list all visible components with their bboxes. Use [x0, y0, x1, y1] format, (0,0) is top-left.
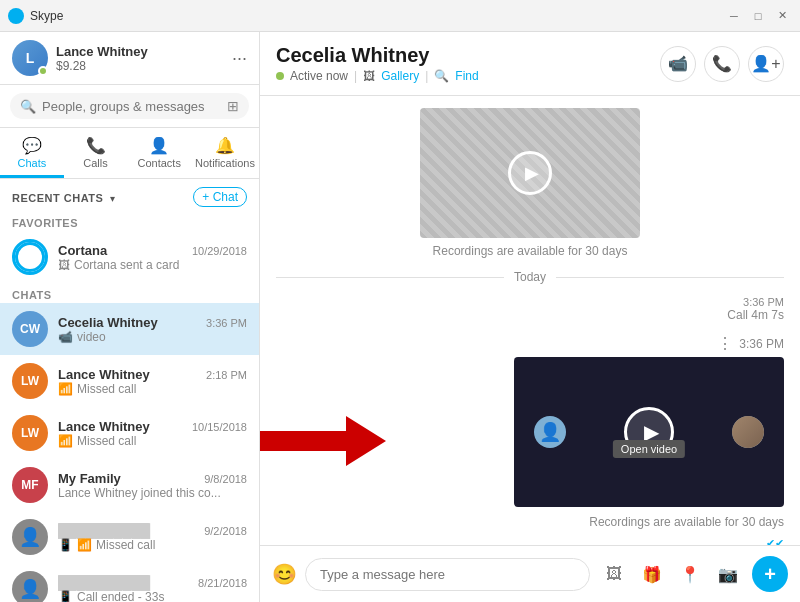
- location-button[interactable]: 📍: [674, 558, 706, 590]
- new-chat-button[interactable]: + Chat: [193, 187, 247, 207]
- video-play-button[interactable]: ▶ Open video: [624, 407, 674, 457]
- tab-calls[interactable]: 📞 Calls: [64, 128, 128, 178]
- image-button[interactable]: 🖼: [598, 558, 630, 590]
- contacts-icon: 👤: [149, 136, 169, 155]
- avatar-container: L: [12, 40, 48, 76]
- input-actions: 🖼 🎁 📍 📷: [598, 558, 744, 590]
- call-time: 3:36 PM: [743, 296, 784, 308]
- video-msg-wrap: ⋮ 3:36 PM 👤 ▶: [514, 334, 784, 545]
- play-button-overlay[interactable]: ▶: [508, 151, 552, 195]
- tab-contacts[interactable]: 👤 Contacts: [127, 128, 191, 178]
- avatar: 👤: [12, 571, 48, 602]
- chat-preview: 📶 Missed call: [58, 382, 247, 396]
- chat-top: Cortana 10/29/2018: [58, 243, 247, 258]
- list-item[interactable]: LW Lance Whitney 2:18 PM 📶 Missed call: [0, 355, 259, 407]
- gallery-icon: 🖼: [363, 69, 375, 83]
- video-participant-right: [732, 416, 764, 448]
- maximize-button[interactable]: □: [748, 6, 768, 26]
- tab-notifications[interactable]: 🔔 Notifications: [191, 128, 259, 178]
- profile-balance: $9.28: [56, 59, 224, 73]
- preview-text: Missed call: [77, 434, 136, 448]
- list-item[interactable]: CW Cecelia Whitney 3:36 PM 📹 video: [0, 303, 259, 355]
- contact-name: Cecelia Whitney: [276, 44, 479, 67]
- avatar: LW: [12, 415, 48, 451]
- close-button[interactable]: ✕: [772, 6, 792, 26]
- send-icon: +: [764, 564, 776, 584]
- video-call-button[interactable]: 📹: [660, 46, 696, 82]
- search-input[interactable]: [42, 99, 221, 114]
- chat-content: Lance Whitney 10/15/2018 📶 Missed call: [58, 419, 247, 448]
- add-contact-button[interactable]: 👤+: [748, 46, 784, 82]
- open-video-tooltip: Open video: [613, 440, 685, 458]
- chat-name: Lance Whitney: [58, 419, 150, 434]
- msg-time: 3:36 PM: [739, 337, 784, 351]
- chat-time: 3:36 PM: [206, 317, 247, 329]
- chat-preview: 📱 📶 Missed call: [58, 538, 247, 552]
- video-call-icon: 📹: [668, 54, 688, 73]
- more-options-button[interactable]: ···: [232, 48, 247, 69]
- status-text: Active now: [290, 69, 348, 83]
- messages-area: ▶ Recordings are available for 30 days T…: [260, 96, 800, 545]
- list-item[interactable]: 👤 ██████████ 9/2/2018 📱 📶 Missed call: [0, 511, 259, 563]
- chat-top: Cecelia Whitney 3:36 PM: [58, 315, 247, 330]
- avatar: 👤: [12, 519, 48, 555]
- avatar: MF: [12, 467, 48, 503]
- titlebar: Skype ─ □ ✕: [0, 0, 800, 32]
- minimize-button[interactable]: ─: [724, 6, 744, 26]
- message-input[interactable]: [305, 558, 590, 591]
- video-content: 👤 ▶ Open video: [514, 357, 784, 507]
- search-icon: 🔍: [20, 99, 36, 114]
- chat-time: 9/2/2018: [204, 525, 247, 537]
- double-checkmark-icon: ✔✔: [766, 537, 784, 545]
- tab-chats[interactable]: 💬 Chats: [0, 128, 64, 178]
- grid-icon[interactable]: ⊞: [227, 98, 239, 114]
- list-item[interactable]: 👤 ██████████ 8/21/2018 📱 Call ended - 33…: [0, 563, 259, 602]
- input-area: 😊 🖼 🎁 📍 📷 +: [260, 545, 800, 602]
- chat-content: Lance Whitney 2:18 PM 📶 Missed call: [58, 367, 247, 396]
- window-controls: ─ □ ✕: [724, 6, 792, 26]
- chat-top: My Family 9/8/2018: [58, 471, 247, 486]
- tab-calls-label: Calls: [83, 157, 107, 169]
- preview-icon: 📱: [58, 538, 73, 552]
- chat-time: 10/29/2018: [192, 245, 247, 257]
- recording-note-bottom: Recordings are available for 30 days: [589, 515, 784, 529]
- app-title: Skype: [30, 9, 724, 23]
- video-message[interactable]: 👤 ▶ Open video: [514, 357, 784, 507]
- list-item[interactable]: LW Lance Whitney 10/15/2018 📶 Missed cal…: [0, 407, 259, 459]
- chat-top: Lance Whitney 10/15/2018: [58, 419, 247, 434]
- chat-preview: Lance Whitney joined this co...: [58, 486, 247, 500]
- date-label: Today: [514, 270, 546, 284]
- chat-actions: 📹 📞 👤+: [660, 46, 784, 82]
- chat-top: ██████████ 8/21/2018: [58, 575, 247, 590]
- gift-button[interactable]: 🎁: [636, 558, 668, 590]
- gallery-link[interactable]: Gallery: [381, 69, 419, 83]
- chat-name: ██████████: [58, 575, 150, 590]
- camera-button[interactable]: 📷: [712, 558, 744, 590]
- find-link[interactable]: Find: [455, 69, 478, 83]
- phone-call-button[interactable]: 📞: [704, 46, 740, 82]
- profile-info: Lance Whitney $9.28: [56, 44, 224, 73]
- chat-panel: Cecelia Whitney Active now | 🖼 Gallery |…: [260, 32, 800, 602]
- video-thumbnail-top[interactable]: ▶: [420, 108, 640, 238]
- preview-text: Call ended - 33s: [77, 590, 164, 603]
- send-button[interactable]: +: [752, 556, 788, 592]
- chat-time: 8/21/2018: [198, 577, 247, 589]
- call-info-container: 3:36 PM Call 4m 7s: [276, 296, 784, 322]
- tab-chats-label: Chats: [17, 157, 46, 169]
- list-item[interactable]: MF My Family 9/8/2018 Lance Whitney join…: [0, 459, 259, 511]
- avatar: CW: [12, 311, 48, 347]
- svg-marker-0: [260, 416, 386, 466]
- profile-name: Lance Whitney: [56, 44, 224, 59]
- preview-icon: 📹: [58, 330, 73, 344]
- recent-chats-label: RECENT CHATS: [12, 192, 103, 204]
- calls-icon: 📞: [86, 136, 106, 155]
- call-duration: Call 4m 7s: [727, 308, 784, 322]
- video-recording-top: ▶ Recordings are available for 30 days: [276, 108, 784, 258]
- chat-time: 9/8/2018: [204, 473, 247, 485]
- emoji-button[interactable]: 😊: [272, 562, 297, 586]
- chat-top: ██████████ 9/2/2018: [58, 523, 247, 538]
- msg-time-row: ⋮ 3:36 PM: [717, 334, 784, 353]
- more-options-icon[interactable]: ⋮: [717, 334, 733, 353]
- chats-icon: 💬: [22, 136, 42, 155]
- list-item[interactable]: Cortana 10/29/2018 🖼 Cortana sent a card: [0, 231, 259, 283]
